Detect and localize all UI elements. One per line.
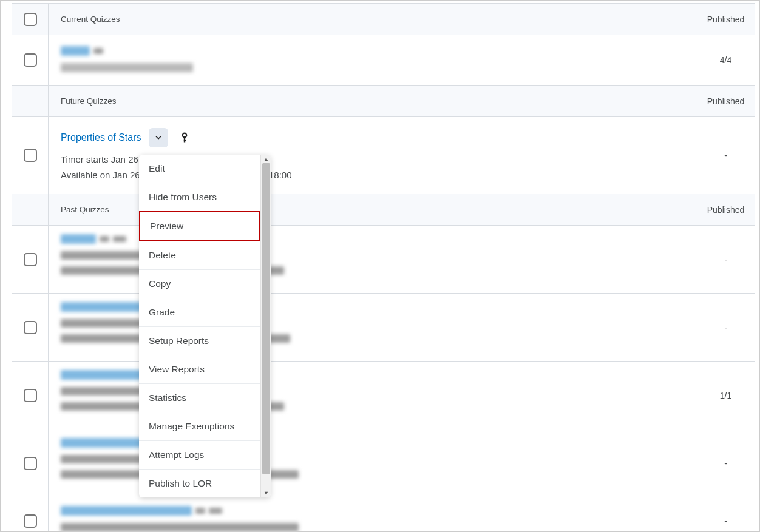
- checkbox-cell: [12, 226, 49, 293]
- quiz-title-row: Properties of Stars: [61, 128, 685, 147]
- section-header-future: Future Quizzes Published: [12, 86, 755, 117]
- quiz-row-checkbox[interactable]: [24, 53, 37, 67]
- svg-rect-1: [183, 137, 185, 143]
- published-value: -: [697, 429, 755, 497]
- blurred-text: [113, 236, 126, 242]
- chevron-down-icon: [154, 133, 163, 142]
- published-header: Published: [697, 4, 755, 35]
- quiz-title-link[interactable]: Properties of Stars: [61, 132, 141, 143]
- menu-item-hide-from-users[interactable]: Hide from Users: [139, 183, 260, 212]
- menu-item-manage-exemptions[interactable]: Manage Exemptions: [139, 412, 260, 441]
- quiz-row: Properties of Stars Timer starts Jan 26,…: [12, 117, 755, 194]
- menu-item-statistics[interactable]: Statistics: [139, 384, 260, 412]
- quiz-content: [49, 497, 697, 532]
- blurred-text: [61, 63, 193, 72]
- checkbox-cell: [12, 497, 49, 532]
- header-checkbox-cell: [12, 194, 49, 225]
- menu-scrollbar[interactable]: ▲ ▼: [260, 155, 271, 497]
- scroll-thumb[interactable]: [262, 163, 270, 474]
- quiz-row-checkbox[interactable]: [24, 149, 37, 162]
- quiz-row-checkbox[interactable]: [24, 389, 37, 402]
- checkbox-cell: [12, 117, 49, 194]
- section-title: Current Quizzes: [49, 4, 697, 35]
- header-checkbox-cell: [12, 86, 49, 116]
- scroll-up-arrow-icon[interactable]: ▲: [261, 155, 271, 163]
- quiz-title-blurred[interactable]: [61, 302, 142, 312]
- menu-item-publish-to-lor[interactable]: Publish to LOR: [139, 470, 260, 497]
- header-checkbox-cell: [12, 4, 49, 35]
- blurred-text: [195, 508, 205, 514]
- published-value: 4/4: [697, 35, 755, 85]
- section-header-current: Current Quizzes Published: [12, 4, 755, 35]
- menu-item-edit[interactable]: Edit: [139, 155, 260, 183]
- quiz-content: [49, 35, 697, 85]
- quiz-row: -: [12, 429, 755, 497]
- menu-item-attempt-logs[interactable]: Attempt Logs: [139, 441, 260, 470]
- scroll-down-arrow-icon[interactable]: ▼: [261, 489, 271, 497]
- blurred-text: [93, 48, 103, 54]
- quiz-table: Current Quizzes Published 4/4 Future: [12, 3, 755, 532]
- quiz-row-checkbox[interactable]: [24, 457, 37, 470]
- svg-point-0: [182, 133, 186, 138]
- published-value: 1/1: [697, 362, 755, 429]
- menu-list: Edit Hide from Users Preview Delete Copy…: [139, 155, 260, 497]
- checkbox-cell: [12, 362, 49, 429]
- key-icon: [180, 132, 189, 143]
- quiz-row: 1/1: [12, 362, 755, 429]
- published-header: Published: [697, 194, 755, 225]
- quiz-row-checkbox[interactable]: [24, 514, 37, 528]
- published-value: -: [697, 497, 755, 532]
- menu-item-grade[interactable]: Grade: [139, 298, 260, 327]
- quiz-row: -: [12, 226, 755, 294]
- quiz-actions-dropdown-button[interactable]: [149, 128, 168, 147]
- quiz-row: -: [12, 294, 755, 362]
- menu-item-delete[interactable]: Delete: [139, 241, 260, 270]
- quiz-row: -: [12, 497, 755, 532]
- quiz-title-blurred[interactable]: [61, 506, 192, 516]
- section-header-past: Past Quizzes Published: [12, 194, 755, 226]
- published-header: Published: [697, 86, 755, 116]
- quiz-row: 4/4: [12, 35, 755, 86]
- menu-item-preview[interactable]: Preview: [139, 211, 260, 241]
- menu-inner: Edit Hide from Users Preview Delete Copy…: [139, 155, 271, 497]
- blurred-text: [100, 236, 109, 242]
- select-all-current-checkbox[interactable]: [24, 13, 37, 26]
- quiz-title-blurred[interactable]: [61, 370, 148, 380]
- restricted-icon: [179, 132, 190, 143]
- published-value: -: [697, 117, 755, 194]
- quiz-title-blurred[interactable]: [61, 46, 90, 56]
- svg-rect-2: [183, 140, 186, 141]
- blurred-text: [209, 508, 222, 514]
- page-container: Current Quizzes Published 4/4 Future: [0, 0, 760, 532]
- quiz-actions-menu: Edit Hide from Users Preview Delete Copy…: [139, 155, 271, 497]
- quiz-row-checkbox[interactable]: [24, 253, 37, 266]
- checkbox-cell: [12, 294, 49, 361]
- checkbox-cell: [12, 429, 49, 497]
- published-value: -: [697, 226, 755, 293]
- section-title: Future Quizzes: [49, 86, 697, 116]
- blurred-text: [61, 523, 299, 531]
- published-value: -: [697, 294, 755, 361]
- quiz-row-checkbox[interactable]: [24, 321, 37, 334]
- menu-item-view-reports[interactable]: View Reports: [139, 355, 260, 384]
- menu-item-setup-reports[interactable]: Setup Reports: [139, 327, 260, 355]
- quiz-title-blurred[interactable]: [61, 234, 96, 244]
- checkbox-cell: [12, 35, 49, 85]
- menu-item-copy[interactable]: Copy: [139, 270, 260, 298]
